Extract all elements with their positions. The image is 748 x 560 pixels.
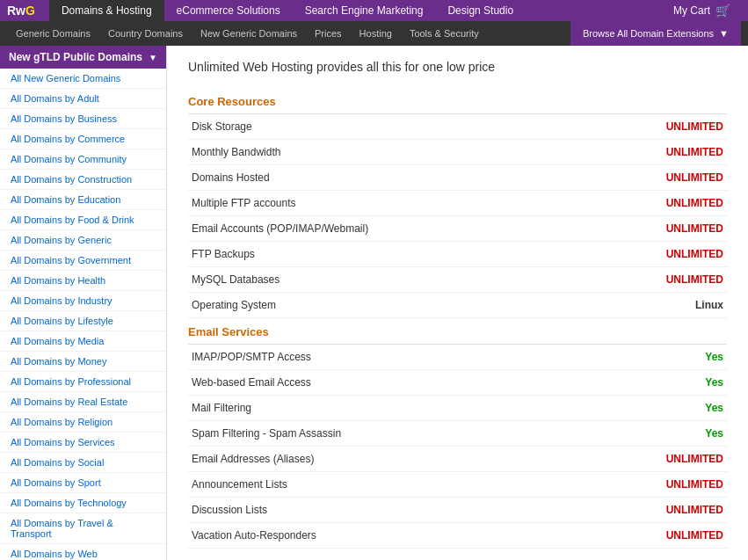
feature-ftp-backups-label: FTP Backups — [188, 242, 587, 267]
sidebar-item-business[interactable]: All Domains by Business — [0, 109, 166, 129]
feature-email-aliases-value: UNLIMITED — [587, 447, 727, 472]
feature-announcement-value: UNLIMITED — [587, 472, 727, 498]
feature-webmail-value: Yes — [587, 370, 727, 396]
sidebar-section-header[interactable]: New gTLD Public Domains ▼ — [0, 46, 166, 69]
feature-os-label: Operating System — [188, 293, 587, 318]
page-title: Unlimited Web Hosting provides all this … — [188, 60, 727, 74]
feature-spam-value: Yes — [587, 421, 727, 447]
sidebar-item-health[interactable]: All Domains by Health — [0, 271, 166, 291]
section-core-resources: Core Resources — [188, 88, 727, 114]
sidebar-item-religion[interactable]: All Domains by Religion — [0, 412, 166, 433]
logo-rw: Rw — [7, 4, 25, 18]
feature-spam-label: Spam Filtering - Spam Assassin — [188, 421, 587, 447]
chevron-down-icon: ▼ — [719, 21, 729, 46]
sidebar-arrow-icon: ▼ — [149, 53, 157, 62]
sidebar-item-all-new-generic[interactable]: All New Generic Domains — [0, 69, 166, 89]
features-table: Core Resources Disk Storage UNLIMITED Mo… — [188, 88, 727, 549]
sidebar: New gTLD Public Domains ▼ All New Generi… — [0, 46, 167, 560]
feature-mysql-value: UNLIMITED — [587, 267, 727, 293]
cart-button[interactable]: My Cart 🛒 — [663, 0, 741, 21]
table-row: IMAP/POP/SMTP Access Yes — [188, 345, 727, 370]
feature-discussion-value: UNLIMITED — [587, 498, 727, 523]
feature-ftp-label: Multiple FTP accounts — [188, 191, 587, 216]
table-row: Email Accounts (POP/IMAP/Webmail) UNLIMI… — [188, 216, 727, 242]
table-row: Multiple FTP accounts UNLIMITED — [188, 191, 727, 216]
feature-disk-storage-label: Disk Storage — [188, 114, 587, 140]
sidebar-item-commerce[interactable]: All Domains by Commerce — [0, 129, 166, 149]
browse-all-domains-button[interactable]: Browse All Domain Extensions ▼ — [570, 21, 741, 46]
cart-icon: 🛒 — [715, 4, 730, 18]
table-row: Spam Filtering - Spam Assassin Yes — [188, 421, 727, 447]
table-row: Domains Hosted UNLIMITED — [188, 165, 727, 191]
table-row: Announcement Lists UNLIMITED — [188, 472, 727, 498]
sidebar-item-travel[interactable]: All Domains by Travel & Transport — [0, 513, 166, 544]
nav-ecommerce[interactable]: eCommerce Solutions — [164, 0, 293, 21]
core-resources-header: Core Resources — [188, 88, 727, 114]
feature-mail-filtering-value: Yes — [587, 396, 727, 421]
sidebar-item-web[interactable]: All Domains by Web — [0, 544, 166, 560]
feature-bandwidth-value: UNLIMITED — [587, 140, 727, 165]
feature-imap-value: Yes — [587, 345, 727, 370]
feature-email-accounts-value: UNLIMITED — [587, 216, 727, 242]
feature-webmail-label: Web-based Email Access — [188, 370, 587, 396]
sidebar-item-money[interactable]: All Domains by Money — [0, 352, 166, 372]
feature-mail-filtering-label: Mail Filtering — [188, 396, 587, 421]
sec-nav-country-domains[interactable]: Country Domains — [99, 21, 192, 46]
section-email-services: Email Services — [188, 318, 727, 345]
sidebar-item-media[interactable]: All Domains by Media — [0, 331, 166, 352]
sec-nav-generic-domains[interactable]: Generic Domains — [7, 21, 99, 46]
sidebar-item-food-drink[interactable]: All Domains by Food & Drink — [0, 210, 166, 230]
cart-label: My Cart — [673, 4, 710, 17]
sec-nav-prices[interactable]: Prices — [306, 21, 351, 46]
feature-email-accounts-label: Email Accounts (POP/IMAP/Webmail) — [188, 216, 587, 242]
table-row: Operating System Linux — [188, 293, 727, 318]
sec-nav-new-generic-domains[interactable]: New Generic Domains — [192, 21, 306, 46]
sidebar-item-professional[interactable]: All Domains by Professional — [0, 372, 166, 392]
sidebar-item-real-estate[interactable]: All Domains by Real Estate — [0, 392, 166, 412]
feature-email-aliases-label: Email Addresses (Aliases) — [188, 447, 587, 472]
sidebar-item-construction[interactable]: All Domains by Construction — [0, 170, 166, 190]
feature-discussion-label: Discussion Lists — [188, 498, 587, 523]
feature-mysql-label: MySQL Databases — [188, 267, 587, 293]
nav-domains-hosting[interactable]: Domains & Hosting — [49, 0, 164, 21]
sec-nav-tools[interactable]: Tools & Security — [401, 21, 488, 46]
sidebar-item-community[interactable]: All Domains by Community — [0, 149, 166, 170]
table-row: Vacation Auto-Responders UNLIMITED — [188, 523, 727, 549]
sidebar-item-education[interactable]: All Domains by Education — [0, 190, 166, 210]
feature-disk-storage-value: UNLIMITED — [587, 114, 727, 140]
feature-imap-label: IMAP/POP/SMTP Access — [188, 345, 587, 370]
sidebar-item-services[interactable]: All Domains by Services — [0, 433, 166, 453]
top-nav: RwG Domains & Hosting eCommerce Solution… — [0, 0, 748, 21]
table-row: Disk Storage UNLIMITED — [188, 114, 727, 140]
feature-ftp-value: UNLIMITED — [587, 191, 727, 216]
feature-domains-hosted-label: Domains Hosted — [188, 165, 587, 191]
sidebar-item-industry[interactable]: All Domains by Industry — [0, 291, 166, 311]
feature-domains-hosted-value: UNLIMITED — [587, 165, 727, 191]
table-row: Web-based Email Access Yes — [188, 370, 727, 396]
sidebar-item-sport[interactable]: All Domains by Sport — [0, 473, 166, 493]
sidebar-item-generic[interactable]: All Domains by Generic — [0, 230, 166, 251]
feature-ftp-backups-value: UNLIMITED — [587, 242, 727, 267]
sidebar-section-label: New gTLD Public Domains — [9, 51, 142, 63]
feature-vacation-value: UNLIMITED — [587, 523, 727, 549]
email-services-header: Email Services — [188, 318, 727, 345]
sidebar-item-social[interactable]: All Domains by Social — [0, 453, 166, 473]
sidebar-item-lifestyle[interactable]: All Domains by Lifestyle — [0, 311, 166, 331]
table-row: Mail Filtering Yes — [188, 396, 727, 421]
top-nav-items: Domains & Hosting eCommerce Solutions Se… — [49, 0, 663, 21]
sidebar-item-technology[interactable]: All Domains by Technology — [0, 493, 166, 513]
feature-os-value: Linux — [587, 293, 727, 318]
feature-announcement-label: Announcement Lists — [188, 472, 587, 498]
logo[interactable]: RwG — [7, 4, 35, 18]
nav-sem[interactable]: Search Engine Marketing — [293, 0, 436, 21]
main-content: Unlimited Web Hosting provides all this … — [167, 46, 748, 560]
sec-nav: Generic Domains Country Domains New Gene… — [0, 21, 748, 46]
table-row: Monthly Bandwidth UNLIMITED — [188, 140, 727, 165]
nav-design[interactable]: Design Studio — [435, 0, 526, 21]
table-row: FTP Backups UNLIMITED — [188, 242, 727, 267]
table-row: Email Addresses (Aliases) UNLIMITED — [188, 447, 727, 472]
page-layout: New gTLD Public Domains ▼ All New Generi… — [0, 46, 748, 560]
sidebar-item-adult[interactable]: All Domains by Adult — [0, 89, 166, 109]
sec-nav-hosting[interactable]: Hosting — [351, 21, 401, 46]
sidebar-item-government[interactable]: All Domains by Government — [0, 251, 166, 271]
